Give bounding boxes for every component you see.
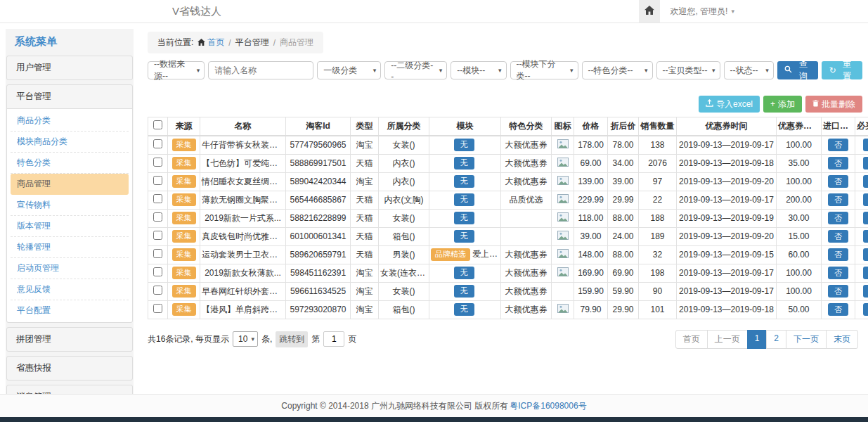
- discount-price: 34.00: [608, 154, 639, 172]
- product-type: 天猫: [351, 209, 379, 227]
- image-thumbnail-icon: [557, 159, 569, 169]
- home-icon: [644, 6, 654, 17]
- taoke-id: 577479560965: [286, 136, 351, 155]
- reset-button[interactable]: ↻ 重置: [822, 61, 862, 79]
- must-buy-toggle[interactable]: 否: [863, 230, 868, 243]
- user-menu[interactable]: 欢迎您, 管理员! ▾: [660, 0, 868, 23]
- must-buy-toggle[interactable]: 否: [863, 212, 868, 224]
- sidebar-item-product-management[interactable]: 商品管理: [11, 174, 129, 195]
- row-checkbox[interactable]: [153, 267, 162, 276]
- coupon-time: 2019-09-13—2019-09-20: [677, 227, 777, 245]
- filter-level1-select[interactable]: 一级分类 ▾: [317, 61, 381, 79]
- col-coupon-time: 优惠券时间: [677, 117, 777, 136]
- sidebar-item-groupbuy[interactable]: 拼团管理: [7, 328, 132, 351]
- import-opt-toggle[interactable]: 否: [828, 285, 848, 298]
- must-buy-toggle[interactable]: 否: [863, 175, 868, 188]
- sidebar-item-platform[interactable]: 平台管理: [7, 85, 132, 108]
- coupon-amount: 200.00: [777, 191, 822, 209]
- batch-delete-button[interactable]: 批量删除: [805, 96, 862, 113]
- import-opt-toggle[interactable]: 否: [828, 193, 848, 206]
- must-buy-toggle[interactable]: 否: [863, 139, 868, 151]
- icon-cell: [552, 282, 574, 300]
- pager-page-1[interactable]: 1: [747, 330, 767, 349]
- must-buy-toggle[interactable]: 否: [863, 248, 868, 261]
- module-cell: 无: [429, 172, 501, 191]
- import-opt-toggle[interactable]: 否: [828, 139, 848, 151]
- row-checkbox[interactable]: [153, 212, 162, 222]
- import-opt-toggle[interactable]: 否: [828, 157, 848, 170]
- coupon-time: 2019-09-13—2019-09-15: [677, 245, 777, 264]
- import-opt-toggle[interactable]: 否: [828, 248, 848, 261]
- product-category: 女装(): [379, 282, 429, 300]
- sidebar-item-feature-category[interactable]: 特色分类: [11, 153, 129, 174]
- import-opt-toggle[interactable]: 否: [828, 303, 848, 316]
- import-opt-cell: 否: [822, 282, 855, 300]
- sidebar-item-module-product-category[interactable]: 模块商品分类: [11, 132, 129, 153]
- row-checkbox[interactable]: [153, 158, 162, 167]
- must-buy-toggle[interactable]: 否: [863, 267, 868, 279]
- discount-price: 78.00: [608, 136, 639, 155]
- filter-feature-select[interactable]: --特色分类-- ▾: [582, 61, 653, 79]
- sidebar-item-version-management[interactable]: 版本管理: [11, 216, 129, 237]
- row-checkbox[interactable]: [153, 231, 162, 240]
- must-buy-toggle[interactable]: 否: [863, 303, 868, 316]
- sales-count: 32: [639, 245, 677, 264]
- name-search-input[interactable]: [208, 61, 313, 79]
- pager-first[interactable]: 首页: [675, 330, 708, 349]
- jump-button[interactable]: 跳转到: [276, 331, 308, 347]
- row-checkbox[interactable]: [153, 176, 162, 185]
- import-excel-button[interactable]: 导入excel: [699, 96, 760, 113]
- row-checkbox[interactable]: [153, 249, 162, 258]
- row-checkbox[interactable]: [153, 139, 162, 148]
- feature-category: 大额优惠券: [501, 136, 552, 155]
- jump-prefix: 第: [311, 333, 320, 345]
- filter-module-select[interactable]: --模块-- ▾: [451, 61, 506, 79]
- pager-page-2[interactable]: 2: [766, 330, 786, 349]
- must-buy-toggle[interactable]: 否: [863, 193, 868, 206]
- per-page-select[interactable]: 10 ▾: [233, 331, 258, 347]
- sidebar-item-product-category[interactable]: 商品分类: [11, 110, 129, 132]
- product-category: 内衣(文胸): [379, 191, 429, 209]
- pager-next[interactable]: 下一页: [786, 330, 827, 349]
- sidebar-item-message[interactable]: 消息管理: [7, 385, 132, 394]
- jump-page-input[interactable]: [323, 331, 344, 347]
- row-checkbox[interactable]: [153, 286, 162, 295]
- source-cell: 采集: [168, 136, 200, 155]
- row-checkbox[interactable]: [153, 304, 162, 313]
- filter-status-select[interactable]: --状态-- ▾: [724, 61, 774, 79]
- feature-category: [501, 227, 552, 245]
- search-button[interactable]: 查询: [777, 61, 819, 79]
- image-thumbnail-icon: [557, 196, 569, 205]
- sidebar-item-promo-material[interactable]: 宣传物料: [11, 195, 129, 216]
- filter-module-sub-select[interactable]: --模块下分类-- ▾: [510, 61, 578, 79]
- must-buy-toggle[interactable]: 否: [863, 157, 868, 170]
- import-opt-toggle[interactable]: 否: [828, 230, 848, 243]
- pager-prev[interactable]: 上一页: [707, 330, 748, 349]
- pager-last[interactable]: 末页: [826, 330, 858, 349]
- import-opt-toggle[interactable]: 否: [828, 267, 848, 279]
- sidebar-item-carousel-management[interactable]: 轮播管理: [11, 237, 129, 258]
- breadcrumb-home-link[interactable]: 首页: [197, 37, 224, 49]
- home-button[interactable]: [639, 0, 660, 23]
- coupon-time: 2019-09-13—2019-09-17: [677, 282, 777, 300]
- row-checkbox[interactable]: [153, 194, 162, 203]
- filter-status-value: --状态--: [730, 65, 758, 77]
- table-row: 采集 【港风】单肩斜跨链条... 597293020870 淘宝 箱包() 无 …: [148, 300, 868, 319]
- filter-item-type-select[interactable]: --宝贝类型-- ▾: [656, 61, 720, 79]
- sidebar-item-feedback[interactable]: 意见反馈: [11, 279, 129, 300]
- must-buy-cell: 否: [855, 282, 868, 300]
- sidebar-item-express[interactable]: 省惠快报: [7, 357, 132, 380]
- add-button[interactable]: + 添加: [763, 96, 802, 113]
- sidebar-item-users[interactable]: 用户管理: [7, 56, 132, 79]
- must-buy-toggle[interactable]: 否: [863, 285, 868, 298]
- icp-link[interactable]: 粤ICP备16098006号: [510, 400, 586, 412]
- source-badge: 采集: [172, 267, 196, 279]
- price: 118.00: [574, 209, 608, 227]
- sidebar-item-platform-config[interactable]: 平台配置: [11, 300, 129, 321]
- import-opt-toggle[interactable]: 否: [828, 175, 848, 188]
- filter-level2-select[interactable]: --二级分类-- ▾: [384, 61, 447, 79]
- sidebar-item-splash-management[interactable]: 启动页管理: [11, 258, 129, 279]
- filter-source-select[interactable]: --数据来源-- ▾: [148, 61, 205, 79]
- select-all-checkbox[interactable]: [153, 120, 162, 129]
- import-opt-toggle[interactable]: 否: [828, 212, 848, 224]
